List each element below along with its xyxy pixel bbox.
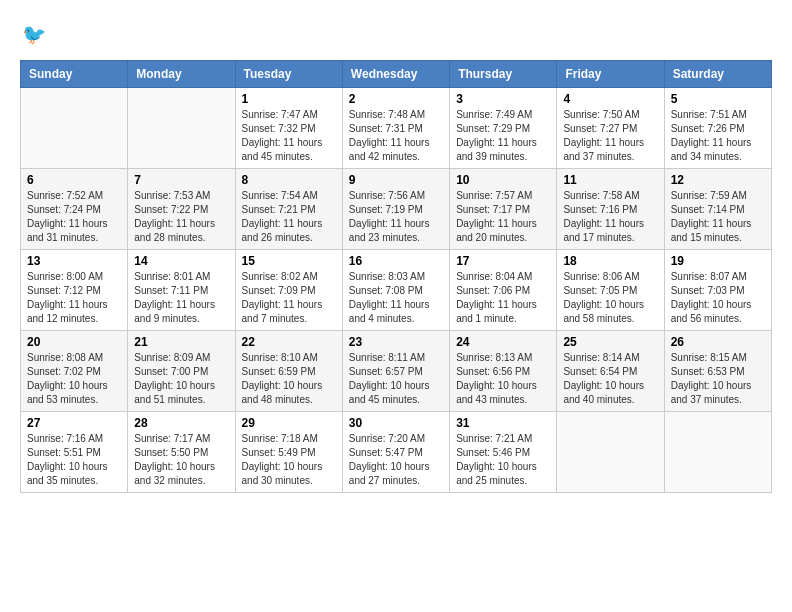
sunrise-text: Sunrise: 7:49 AM xyxy=(456,108,550,122)
sunset-text: Sunset: 7:06 PM xyxy=(456,284,550,298)
daylight-text: Daylight: 11 hours and 17 minutes. xyxy=(563,217,657,245)
day-number: 19 xyxy=(671,254,765,268)
calendar-cell: 27 Sunrise: 7:16 AM Sunset: 5:51 PM Dayl… xyxy=(21,412,128,493)
sunrise-text: Sunrise: 8:00 AM xyxy=(27,270,121,284)
calendar-cell xyxy=(21,88,128,169)
sunset-text: Sunset: 7:21 PM xyxy=(242,203,336,217)
day-number: 6 xyxy=(27,173,121,187)
calendar-cell: 10 Sunrise: 7:57 AM Sunset: 7:17 PM Dayl… xyxy=(450,169,557,250)
sunrise-text: Sunrise: 7:18 AM xyxy=(242,432,336,446)
cell-content: Sunrise: 7:48 AM Sunset: 7:31 PM Dayligh… xyxy=(349,108,443,164)
sunrise-text: Sunrise: 8:11 AM xyxy=(349,351,443,365)
sunset-text: Sunset: 7:17 PM xyxy=(456,203,550,217)
sunset-text: Sunset: 7:11 PM xyxy=(134,284,228,298)
sunset-text: Sunset: 7:16 PM xyxy=(563,203,657,217)
sunset-text: Sunset: 7:14 PM xyxy=(671,203,765,217)
day-number: 1 xyxy=(242,92,336,106)
daylight-text: Daylight: 10 hours and 51 minutes. xyxy=(134,379,228,407)
daylight-text: Daylight: 11 hours and 28 minutes. xyxy=(134,217,228,245)
daylight-text: Daylight: 10 hours and 58 minutes. xyxy=(563,298,657,326)
sunrise-text: Sunrise: 7:48 AM xyxy=(349,108,443,122)
sunset-text: Sunset: 7:08 PM xyxy=(349,284,443,298)
daylight-text: Daylight: 11 hours and 26 minutes. xyxy=(242,217,336,245)
calendar-cell: 2 Sunrise: 7:48 AM Sunset: 7:31 PM Dayli… xyxy=(342,88,449,169)
sunset-text: Sunset: 7:31 PM xyxy=(349,122,443,136)
calendar-cell xyxy=(664,412,771,493)
calendar-cell: 3 Sunrise: 7:49 AM Sunset: 7:29 PM Dayli… xyxy=(450,88,557,169)
cell-content: Sunrise: 8:07 AM Sunset: 7:03 PM Dayligh… xyxy=(671,270,765,326)
calendar-cell: 30 Sunrise: 7:20 AM Sunset: 5:47 PM Dayl… xyxy=(342,412,449,493)
day-number: 11 xyxy=(563,173,657,187)
cell-content: Sunrise: 7:54 AM Sunset: 7:21 PM Dayligh… xyxy=(242,189,336,245)
sunrise-text: Sunrise: 7:58 AM xyxy=(563,189,657,203)
calendar-cell: 12 Sunrise: 7:59 AM Sunset: 7:14 PM Dayl… xyxy=(664,169,771,250)
weekday-header-wednesday: Wednesday xyxy=(342,61,449,88)
calendar-week-row: 20 Sunrise: 8:08 AM Sunset: 7:02 PM Dayl… xyxy=(21,331,772,412)
daylight-text: Daylight: 10 hours and 40 minutes. xyxy=(563,379,657,407)
cell-content: Sunrise: 8:10 AM Sunset: 6:59 PM Dayligh… xyxy=(242,351,336,407)
weekday-header-saturday: Saturday xyxy=(664,61,771,88)
calendar-cell: 28 Sunrise: 7:17 AM Sunset: 5:50 PM Dayl… xyxy=(128,412,235,493)
cell-content: Sunrise: 8:14 AM Sunset: 6:54 PM Dayligh… xyxy=(563,351,657,407)
daylight-text: Daylight: 11 hours and 9 minutes. xyxy=(134,298,228,326)
calendar-cell xyxy=(128,88,235,169)
sunrise-text: Sunrise: 7:57 AM xyxy=(456,189,550,203)
weekday-header-tuesday: Tuesday xyxy=(235,61,342,88)
daylight-text: Daylight: 10 hours and 43 minutes. xyxy=(456,379,550,407)
sunrise-text: Sunrise: 7:21 AM xyxy=(456,432,550,446)
cell-content: Sunrise: 7:58 AM Sunset: 7:16 PM Dayligh… xyxy=(563,189,657,245)
cell-content: Sunrise: 7:49 AM Sunset: 7:29 PM Dayligh… xyxy=(456,108,550,164)
sunset-text: Sunset: 7:32 PM xyxy=(242,122,336,136)
day-number: 7 xyxy=(134,173,228,187)
daylight-text: Daylight: 11 hours and 37 minutes. xyxy=(563,136,657,164)
cell-content: Sunrise: 7:59 AM Sunset: 7:14 PM Dayligh… xyxy=(671,189,765,245)
cell-content: Sunrise: 8:08 AM Sunset: 7:02 PM Dayligh… xyxy=(27,351,121,407)
calendar-week-row: 6 Sunrise: 7:52 AM Sunset: 7:24 PM Dayli… xyxy=(21,169,772,250)
calendar-cell: 1 Sunrise: 7:47 AM Sunset: 7:32 PM Dayli… xyxy=(235,88,342,169)
day-number: 25 xyxy=(563,335,657,349)
cell-content: Sunrise: 7:56 AM Sunset: 7:19 PM Dayligh… xyxy=(349,189,443,245)
daylight-text: Daylight: 10 hours and 48 minutes. xyxy=(242,379,336,407)
day-number: 2 xyxy=(349,92,443,106)
day-number: 21 xyxy=(134,335,228,349)
cell-content: Sunrise: 7:52 AM Sunset: 7:24 PM Dayligh… xyxy=(27,189,121,245)
day-number: 15 xyxy=(242,254,336,268)
day-number: 20 xyxy=(27,335,121,349)
sunset-text: Sunset: 5:51 PM xyxy=(27,446,121,460)
daylight-text: Daylight: 11 hours and 42 minutes. xyxy=(349,136,443,164)
cell-content: Sunrise: 8:09 AM Sunset: 7:00 PM Dayligh… xyxy=(134,351,228,407)
page-header: 🐦 xyxy=(20,20,772,50)
cell-content: Sunrise: 8:03 AM Sunset: 7:08 PM Dayligh… xyxy=(349,270,443,326)
cell-content: Sunrise: 8:11 AM Sunset: 6:57 PM Dayligh… xyxy=(349,351,443,407)
cell-content: Sunrise: 7:17 AM Sunset: 5:50 PM Dayligh… xyxy=(134,432,228,488)
sunset-text: Sunset: 7:12 PM xyxy=(27,284,121,298)
day-number: 4 xyxy=(563,92,657,106)
calendar-cell: 31 Sunrise: 7:21 AM Sunset: 5:46 PM Dayl… xyxy=(450,412,557,493)
sunset-text: Sunset: 5:50 PM xyxy=(134,446,228,460)
calendar-cell: 25 Sunrise: 8:14 AM Sunset: 6:54 PM Dayl… xyxy=(557,331,664,412)
day-number: 31 xyxy=(456,416,550,430)
daylight-text: Daylight: 10 hours and 27 minutes. xyxy=(349,460,443,488)
sunrise-text: Sunrise: 8:09 AM xyxy=(134,351,228,365)
cell-content: Sunrise: 8:06 AM Sunset: 7:05 PM Dayligh… xyxy=(563,270,657,326)
day-number: 22 xyxy=(242,335,336,349)
cell-content: Sunrise: 7:53 AM Sunset: 7:22 PM Dayligh… xyxy=(134,189,228,245)
daylight-text: Daylight: 11 hours and 31 minutes. xyxy=(27,217,121,245)
daylight-text: Daylight: 10 hours and 30 minutes. xyxy=(242,460,336,488)
sunset-text: Sunset: 7:22 PM xyxy=(134,203,228,217)
sunrise-text: Sunrise: 8:04 AM xyxy=(456,270,550,284)
weekday-header-thursday: Thursday xyxy=(450,61,557,88)
sunrise-text: Sunrise: 7:59 AM xyxy=(671,189,765,203)
cell-content: Sunrise: 8:02 AM Sunset: 7:09 PM Dayligh… xyxy=(242,270,336,326)
cell-content: Sunrise: 8:01 AM Sunset: 7:11 PM Dayligh… xyxy=(134,270,228,326)
sunset-text: Sunset: 7:26 PM xyxy=(671,122,765,136)
daylight-text: Daylight: 11 hours and 20 minutes. xyxy=(456,217,550,245)
daylight-text: Daylight: 11 hours and 1 minute. xyxy=(456,298,550,326)
sunrise-text: Sunrise: 8:14 AM xyxy=(563,351,657,365)
sunset-text: Sunset: 6:59 PM xyxy=(242,365,336,379)
cell-content: Sunrise: 7:16 AM Sunset: 5:51 PM Dayligh… xyxy=(27,432,121,488)
calendar-cell: 11 Sunrise: 7:58 AM Sunset: 7:16 PM Dayl… xyxy=(557,169,664,250)
calendar-week-row: 1 Sunrise: 7:47 AM Sunset: 7:32 PM Dayli… xyxy=(21,88,772,169)
day-number: 5 xyxy=(671,92,765,106)
sunrise-text: Sunrise: 7:20 AM xyxy=(349,432,443,446)
